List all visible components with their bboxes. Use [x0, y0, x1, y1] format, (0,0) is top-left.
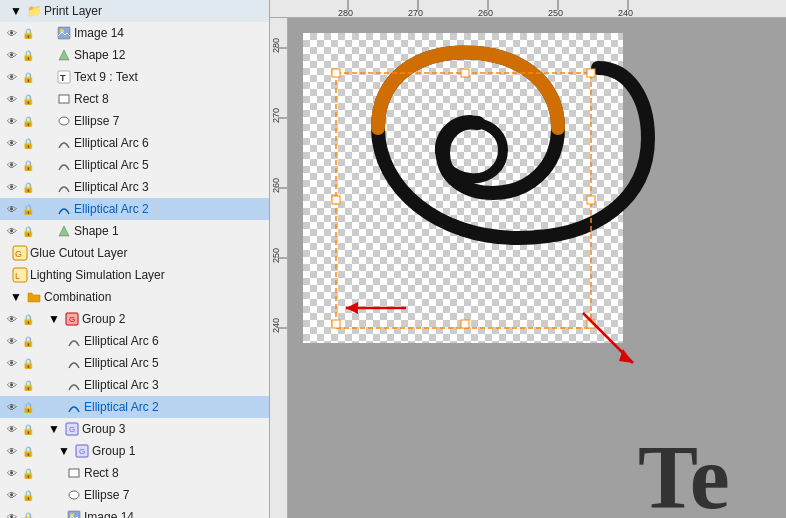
eye-icon[interactable]: 👁 — [4, 157, 20, 173]
tree-item-arc3a[interactable]: 👁 🔒 Elliptical Arc 3 — [0, 176, 269, 198]
tree-item-arc5b[interactable]: 👁 🔒 Elliptical Arc 5 — [0, 352, 269, 374]
arc-icon — [56, 157, 72, 173]
lock-icon[interactable]: 🔒 — [20, 377, 36, 393]
tree-item-lighting-layer[interactable]: L Lighting Simulation Layer — [0, 264, 269, 286]
lock-icon[interactable]: 🔒 — [20, 201, 36, 217]
item-label: Ellipse 7 — [74, 114, 269, 128]
eye-icon[interactable]: 👁 — [4, 69, 20, 85]
svg-text:240: 240 — [618, 8, 633, 18]
tree-item-rect8b[interactable]: 👁 🔒 Rect 8 — [0, 462, 269, 484]
tree-item-combination[interactable]: ▼ Combination — [0, 286, 269, 308]
eye-icon[interactable]: 👁 — [4, 223, 20, 239]
lock-icon[interactable]: 🔒 — [20, 25, 36, 41]
tree-item-shape1[interactable]: 👁 🔒 Shape 1 — [0, 220, 269, 242]
tree-item-ellipse7b[interactable]: 👁 🔒 Ellipse 7 — [0, 484, 269, 506]
eye-icon[interactable]: 👁 — [4, 25, 20, 41]
eye-icon[interactable]: 👁 — [4, 399, 20, 415]
tree-item-arc6a[interactable]: 👁 🔒 Elliptical Arc 6 — [0, 132, 269, 154]
item-label: Glue Cutout Layer — [30, 246, 269, 260]
arc-icon — [56, 201, 72, 217]
svg-text:G: G — [79, 447, 85, 456]
tree-item-glue-layer[interactable]: G Glue Cutout Layer — [0, 242, 269, 264]
eye-icon[interactable]: 👁 — [4, 201, 20, 217]
arc-icon — [66, 377, 82, 393]
eye-icon[interactable]: 👁 — [4, 179, 20, 195]
lock-icon[interactable]: 🔒 — [20, 135, 36, 151]
lock-icon[interactable]: 🔒 — [20, 465, 36, 481]
arc-icon — [66, 355, 82, 371]
tree-container[interactable]: ▼ 📁 Print Layer 👁 🔒 Image 14 👁 🔒 Shape 1… — [0, 0, 269, 518]
tree-item-arc6b[interactable]: 👁 🔒 Elliptical Arc 6 — [0, 330, 269, 352]
glue-icon: G — [12, 245, 28, 261]
arc-icon — [66, 333, 82, 349]
svg-rect-18 — [68, 511, 80, 518]
eye-icon[interactable]: 👁 — [4, 47, 20, 63]
group-icon: G — [74, 443, 90, 459]
tree-item-arc3b[interactable]: 👁 🔒 Elliptical Arc 3 — [0, 374, 269, 396]
tree-item-arc2a-selected[interactable]: 👁 🔒 Elliptical Arc 2 — [0, 198, 269, 220]
tree-item-group3[interactable]: 👁 🔒 ▼ G Group 3 — [0, 418, 269, 440]
tree-item-arc2b-selected[interactable]: 👁 🔒 Elliptical Arc 2 — [0, 396, 269, 418]
layer-print-layer[interactable]: ▼ 📁 Print Layer — [0, 0, 269, 22]
ellipse-icon — [66, 487, 82, 503]
red-arrow-right — [583, 313, 633, 363]
eye-icon[interactable]: 👁 — [4, 465, 20, 481]
eye-icon[interactable]: 👁 — [4, 355, 20, 371]
lock-icon[interactable]: 🔒 — [20, 443, 36, 459]
lock-icon[interactable]: 🔒 — [20, 355, 36, 371]
eye-icon[interactable]: 👁 — [4, 311, 20, 327]
tree-item-text9[interactable]: 👁 🔒 T Text 9 : Text — [0, 66, 269, 88]
image-icon — [66, 509, 82, 518]
svg-rect-0 — [58, 27, 70, 39]
svg-text:280: 280 — [338, 8, 353, 18]
svg-text:G: G — [69, 315, 75, 324]
lock-icon[interactable]: 🔒 — [20, 179, 36, 195]
lock-icon[interactable]: 🔒 — [20, 399, 36, 415]
tree-item-image14[interactable]: 👁 🔒 Image 14 — [0, 22, 269, 44]
tree-item-group2[interactable]: 👁 🔒 ▼ G Group 2 — [0, 308, 269, 330]
item-label: Elliptical Arc 2 — [74, 202, 269, 216]
tree-item-rect8[interactable]: 👁 🔒 Rect 8 — [0, 88, 269, 110]
item-label: Shape 12 — [74, 48, 269, 62]
eye-icon[interactable]: 👁 — [4, 135, 20, 151]
lock-icon[interactable]: 🔒 — [20, 91, 36, 107]
tree-item-image14b[interactable]: 👁 🔒 Image 14 — [0, 506, 269, 518]
eye-icon[interactable]: 👁 — [4, 333, 20, 349]
svg-marker-41 — [346, 302, 358, 314]
lock-icon[interactable]: 🔒 — [20, 223, 36, 239]
svg-text:270: 270 — [271, 108, 281, 123]
eye-icon[interactable]: 👁 — [4, 91, 20, 107]
eye-icon[interactable]: 👁 — [4, 487, 20, 503]
eye-icon[interactable]: 👁 — [4, 377, 20, 393]
tree-item-shape12[interactable]: 👁 🔒 Shape 12 — [0, 44, 269, 66]
lock-icon[interactable]: 🔒 — [20, 47, 36, 63]
lock-icon[interactable]: 🔒 — [20, 69, 36, 85]
item-label: Shape 1 — [74, 224, 269, 238]
tree-item-arc5a[interactable]: 👁 🔒 Elliptical Arc 5 — [0, 154, 269, 176]
tree-item-group1[interactable]: 👁 🔒 ▼ G Group 1 — [0, 440, 269, 462]
eye-icon[interactable]: 👁 — [4, 443, 20, 459]
lock-icon[interactable]: 🔒 — [20, 311, 36, 327]
item-label: Elliptical Arc 3 — [84, 378, 269, 392]
lock-icon[interactable]: 🔒 — [20, 157, 36, 173]
item-label: Image 14 — [84, 510, 269, 518]
svg-text:L: L — [15, 271, 20, 281]
lock-icon[interactable]: 🔒 — [20, 487, 36, 503]
arc-icon — [56, 179, 72, 195]
lock-icon[interactable]: 🔒 — [20, 421, 36, 437]
expand-icon: ▼ — [8, 3, 24, 19]
item-label: Group 2 — [82, 312, 269, 326]
group-icon: G — [64, 421, 80, 437]
svg-text:240: 240 — [271, 318, 281, 333]
item-label: Group 1 — [92, 444, 269, 458]
lock-icon[interactable]: 🔒 — [20, 113, 36, 129]
expand-icon: ▼ — [56, 443, 72, 459]
eye-icon[interactable]: 👁 — [4, 113, 20, 129]
eye-icon[interactable]: 👁 — [4, 421, 20, 437]
lock-icon[interactable]: 🔒 — [20, 333, 36, 349]
lock-icon[interactable]: 🔒 — [20, 509, 36, 518]
tree-item-ellipse7[interactable]: 👁 🔒 Ellipse 7 — [0, 110, 269, 132]
item-label: Elliptical Arc 5 — [84, 356, 269, 370]
item-label: Elliptical Arc 3 — [74, 180, 269, 194]
eye-icon[interactable]: 👁 — [4, 509, 20, 518]
